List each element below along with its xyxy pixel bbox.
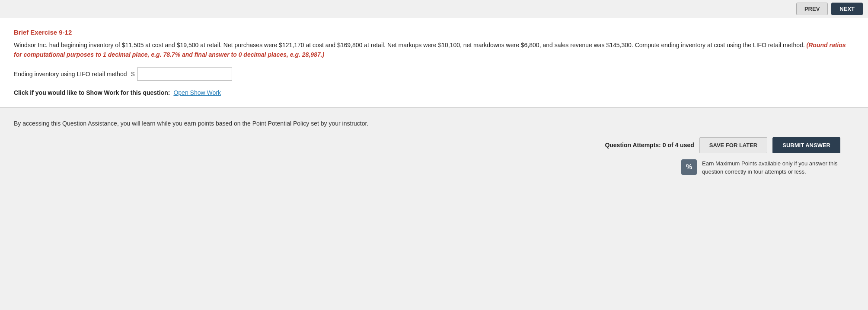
earn-points-row: % Earn Maximum Points available only if … — [681, 159, 840, 176]
show-work-row: Click if you would like to Show Work for… — [14, 89, 854, 96]
question-body-text: Windsor Inc. had beginning inventory of … — [14, 42, 807, 48]
page-wrapper: PREV NEXT Brief Exercise 9-12 Windsor In… — [0, 0, 868, 310]
percent-symbol: % — [686, 163, 692, 171]
submit-answer-button[interactable]: SUBMIT ANSWER — [772, 137, 840, 153]
attempts-row: Question Attempts: 0 of 4 used SAVE FOR … — [605, 137, 840, 153]
show-work-label: Click if you would like to Show Work for… — [14, 89, 170, 96]
question-text: Windsor Inc. had beginning inventory of … — [14, 40, 854, 60]
input-label: Ending inventory using LIFO retail metho… — [14, 71, 127, 78]
attempts-and-buttons: Question Attempts: 0 of 4 used SAVE FOR … — [605, 137, 840, 176]
input-row: Ending inventory using LIFO retail metho… — [14, 68, 854, 81]
attempts-label: Question Attempts: 0 of 4 used — [605, 142, 694, 149]
percent-icon: % — [681, 159, 697, 175]
prev-button[interactable]: PREV — [796, 3, 828, 15]
assistance-section: By accessing this Question Assistance, y… — [0, 108, 868, 185]
save-for-later-button[interactable]: SAVE FOR LATER — [699, 137, 767, 153]
next-button[interactable]: NEXT — [831, 3, 863, 15]
question-card: Brief Exercise 9-12 Windsor Inc. had beg… — [0, 18, 868, 108]
top-bar: PREV NEXT — [0, 0, 868, 18]
assistance-text: By accessing this Question Assistance, y… — [14, 120, 854, 127]
exercise-title: Brief Exercise 9-12 — [14, 29, 854, 36]
dollar-sign: $ — [131, 71, 134, 78]
open-show-work-link[interactable]: Open Show Work — [173, 89, 220, 96]
answer-input[interactable] — [137, 68, 232, 81]
earn-points-text: Earn Maximum Points available only if yo… — [702, 159, 840, 176]
bottom-row: Question Attempts: 0 of 4 used SAVE FOR … — [14, 137, 854, 176]
